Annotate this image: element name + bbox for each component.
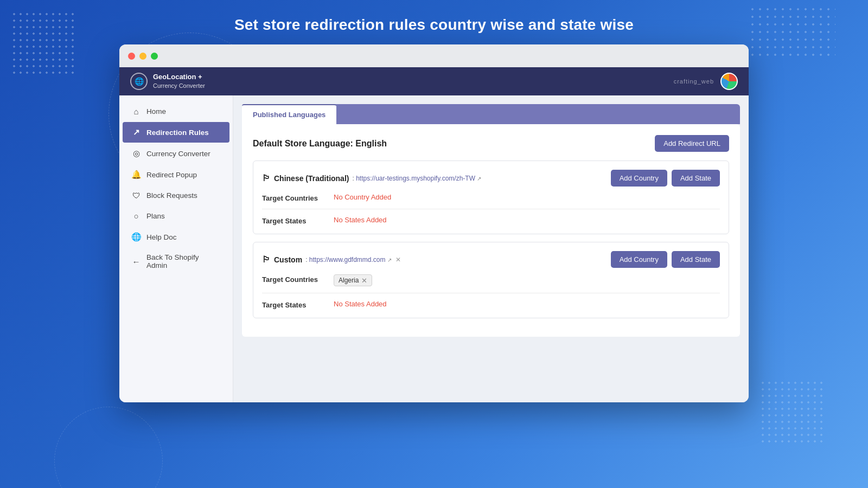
lang-actions-chinese: Add Country Add State: [611, 170, 720, 187]
target-states-label-chinese: Target States: [262, 216, 327, 225]
currency-icon: ◎: [131, 149, 141, 158]
target-countries-row-custom: Target Countries Algeria ✕: [262, 274, 720, 286]
target-countries-label-chinese: Target Countries: [262, 193, 327, 202]
target-states-none-chinese: No States Added: [334, 216, 387, 224]
sidebar-label-currency-converter: Currency Converter: [146, 150, 210, 158]
add-country-button-custom[interactable]: Add Country: [611, 251, 667, 268]
bg-circle2-deco: [54, 407, 163, 488]
sidebar-item-redirect-popup[interactable]: 🔔 Redirect Popup: [123, 164, 229, 185]
sidebar-label-redirection-rules: Redirection Rules: [146, 129, 209, 137]
tab-published-languages[interactable]: Published Languages: [242, 104, 336, 124]
remove-algeria-button[interactable]: ✕: [361, 277, 367, 284]
brand: 🌐 GeoLocation + Currency Converter: [130, 73, 205, 90]
redirect-icon: ↗: [131, 127, 141, 137]
target-countries-row-chinese: Target Countries No Country Added: [262, 193, 720, 202]
flag-icon-tw: 🏳: [262, 174, 271, 183]
lang-header-custom: 🏳 Custom : https://www.gdfdmmd.com ↗ ✕ A…: [262, 251, 720, 268]
add-state-button-chinese[interactable]: Add State: [672, 170, 720, 187]
lang-url-chinese: : https://uar-testings.myshopify.com/zh-…: [352, 175, 481, 182]
sidebar-item-block-requests[interactable]: 🛡 Block Requests: [123, 185, 229, 206]
lang-url-custom: : https://www.gdfdmmd.com ↗ ✕: [305, 256, 401, 264]
app-logo: [720, 73, 738, 90]
delete-custom-link-icon[interactable]: ✕: [395, 256, 401, 264]
sidebar-item-back-to-shopify[interactable]: ← Back To Shopify Admin: [123, 248, 229, 275]
add-redirect-url-button[interactable]: Add Redirect URL: [655, 135, 729, 152]
tab-published-languages-label: Published Languages: [253, 111, 326, 119]
lang-name-custom: Custom: [274, 255, 302, 264]
divider-custom: [262, 293, 720, 293]
add-state-button-custom[interactable]: Add State: [672, 251, 720, 268]
main-content: ⌂ Home ↗ Redirection Rules ◎ Currency Co…: [119, 95, 749, 402]
sidebar-label-home: Home: [146, 107, 166, 115]
bg-dots-tl: [11, 11, 76, 76]
home-icon: ⌂: [131, 107, 141, 116]
back-icon: ←: [131, 257, 141, 266]
brand-name: GeoLocation +: [153, 73, 205, 82]
country-tag-algeria-name: Algeria: [339, 277, 359, 284]
brand-icon: 🌐: [130, 73, 148, 90]
target-countries-none-chinese: No Country Added: [334, 193, 391, 201]
flag-icon-custom: 🏳: [262, 255, 271, 265]
plans-icon: ○: [131, 211, 141, 221]
target-states-none-custom: No States Added: [334, 300, 387, 308]
sidebar-item-currency-converter[interactable]: ◎ Currency Converter: [123, 143, 229, 164]
app-layout: 🌐 GeoLocation + Currency Converter craft…: [119, 67, 749, 402]
sidebar-item-redirection-rules[interactable]: ↗ Redirection Rules: [123, 122, 229, 143]
sidebar-item-help-doc[interactable]: 🌐 Help Doc: [123, 227, 229, 247]
sidebar-label-block-requests: Block Requests: [146, 191, 197, 200]
top-nav-right: crafting_web: [674, 73, 738, 90]
sidebar-item-plans[interactable]: ○ Plans: [123, 206, 229, 226]
help-icon: 🌐: [131, 232, 141, 242]
tab-content: Default Store Language: English Add Redi…: [242, 124, 740, 337]
popup-icon: 🔔: [131, 170, 141, 179]
lang-url-link-custom[interactable]: https://www.gdfdmmd.com: [309, 256, 386, 264]
page-title: Set store redirection rules country wise…: [0, 0, 868, 44]
lang-url-link-chinese[interactable]: https://uar-testings.myshopify.com/zh-TW: [356, 175, 475, 182]
lang-header-chinese: 🏳 Chinese (Traditional) : https://uar-te…: [262, 170, 720, 187]
external-link-icon-chinese: ↗: [477, 176, 481, 182]
sidebar-label-plans: Plans: [146, 212, 165, 220]
language-card-chinese: 🏳 Chinese (Traditional) : https://uar-te…: [253, 160, 729, 234]
brand-text: GeoLocation + Currency Converter: [153, 73, 205, 89]
bg-dots-br: [760, 380, 825, 445]
store-header: Default Store Language: English Add Redi…: [253, 135, 729, 152]
sidebar: ⌂ Home ↗ Redirection Rules ◎ Currency Co…: [119, 95, 233, 402]
brand-globe-icon: 🌐: [135, 77, 144, 86]
target-states-row-custom: Target States No States Added: [262, 300, 720, 309]
block-icon: 🛡: [131, 191, 141, 200]
traffic-light-red[interactable]: [128, 53, 135, 60]
brand-sub: Currency Converter: [153, 82, 205, 89]
add-country-button-chinese[interactable]: Add Country: [611, 170, 667, 187]
sidebar-label-redirect-popup: Redirect Popup: [146, 171, 197, 179]
traffic-light-yellow[interactable]: [139, 53, 146, 60]
browser-window: 🌐 GeoLocation + Currency Converter craft…: [119, 44, 749, 402]
sidebar-label-back-to-shopify: Back To Shopify Admin: [146, 253, 221, 269]
tab-header: Published Languages: [242, 104, 740, 124]
language-card-custom: 🏳 Custom : https://www.gdfdmmd.com ↗ ✕ A…: [253, 242, 729, 318]
external-link-icon-custom: ↗: [387, 257, 392, 263]
content-area: Published Languages Default Store Langua…: [233, 95, 749, 402]
traffic-light-green[interactable]: [151, 53, 158, 60]
target-states-label-custom: Target States: [262, 300, 327, 309]
lang-info-custom: 🏳 Custom : https://www.gdfdmmd.com ↗ ✕: [262, 255, 401, 265]
sidebar-item-home[interactable]: ⌂ Home: [123, 101, 229, 121]
tab-container: Published Languages: [242, 104, 740, 124]
sidebar-label-help-doc: Help Doc: [146, 233, 177, 241]
lang-name-chinese: Chinese (Traditional): [274, 174, 349, 183]
store-title: Default Store Language: English: [253, 139, 387, 149]
divider-chinese: [262, 209, 720, 209]
country-tag-algeria: Algeria ✕: [334, 274, 372, 286]
target-countries-label-custom: Target Countries: [262, 274, 327, 284]
bg-dots-tr: [749, 5, 835, 60]
target-states-row-chinese: Target States No States Added: [262, 216, 720, 225]
top-nav: 🌐 GeoLocation + Currency Converter craft…: [119, 67, 749, 95]
lang-actions-custom: Add Country Add State: [611, 251, 720, 268]
title-bar: [119, 44, 749, 67]
lang-info-chinese: 🏳 Chinese (Traditional) : https://uar-te…: [262, 174, 481, 183]
user-text: crafting_web: [674, 78, 714, 85]
